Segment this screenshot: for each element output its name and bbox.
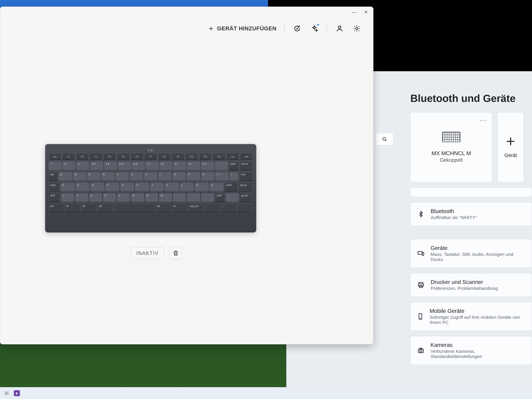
settings-row-subtitle: Sofortiger Zugriff auf Ihre mobilen Gerä… <box>430 315 526 325</box>
keyboard-key: G <box>120 183 134 192</box>
keyboard-key: C <box>103 193 116 203</box>
gear-icon <box>353 25 361 32</box>
account-button[interactable] <box>335 24 344 33</box>
device-status-chip[interactable]: INAKTIV <box>131 247 164 260</box>
settings-button[interactable] <box>352 24 361 33</box>
keyboard-key: < <box>61 193 74 203</box>
settings-row-subtitle: Präferenzen, Problembehandlung <box>431 286 498 291</box>
device-tile-more-icon[interactable]: ··· <box>480 116 487 124</box>
keyboard-key: F7 <box>144 153 157 160</box>
svg-point-10 <box>420 350 422 352</box>
keyboard-key: S <box>76 183 89 192</box>
keyboard-key: 5 % <box>118 162 131 171</box>
keyboard-brand-label: logi <box>49 148 253 152</box>
paired-device-tile[interactable]: ··· MX MCHNCL M Gekoppelt <box>410 112 492 182</box>
keyboard-key: 8 ( <box>159 162 172 171</box>
add-device-tile[interactable]: + Gerät <box>497 112 524 182</box>
svg-point-0 <box>383 138 386 140</box>
device-image-keyboard[interactable]: logi escF1F2F3F4F5F6F7F8F9F10F11F12insde… <box>45 144 256 233</box>
keyboard-key: Ä <box>210 183 223 192</box>
device-tile-status: Gekoppelt <box>440 157 462 163</box>
keyboard-key: R <box>101 172 114 181</box>
taskbar[interactable]: ◐ <box>0 387 532 399</box>
window-close-button[interactable]: ✕ <box>363 9 369 15</box>
keyboard-key: F8 <box>158 153 171 160</box>
keyboard-key: F3 <box>90 153 102 160</box>
plus-icon: + <box>506 136 515 146</box>
user-icon <box>336 25 343 32</box>
keyboard-key: T <box>116 172 129 181</box>
app-logo-icon: ◐ <box>14 390 20 396</box>
keyboard-key: F2 <box>76 153 89 160</box>
keyboard-key: 0 = <box>187 162 200 171</box>
keyboard-key: L <box>180 183 194 192</box>
notification-dot-icon <box>317 24 319 26</box>
keyboard-key: back <box>229 162 239 171</box>
keyboard-key: enter <box>225 183 238 192</box>
keyboard-key: 9 ) <box>173 162 186 171</box>
device-status-label: INAKTIV <box>136 250 158 256</box>
keyboard-key: Q <box>59 172 72 181</box>
smart-actions-button[interactable] <box>310 24 319 33</box>
settings-row-mobile[interactable]: Mobile Geräte Sofortiger Zugriff auf Ihr… <box>410 302 532 331</box>
settings-row-title: Geräte <box>431 245 526 251</box>
svg-point-13 <box>356 28 358 30</box>
keyboard-key: ← <box>205 204 220 213</box>
settings-row-subtitle: Verbundene Kameras, Standardbildeinstell… <box>431 349 526 359</box>
window-minimize-button[interactable]: — <box>351 9 357 15</box>
keyboard-key: Y <box>75 193 88 203</box>
svg-rect-11 <box>420 348 422 349</box>
settings-divider-bar <box>410 188 532 197</box>
keyboard-key: ↓ <box>221 204 236 213</box>
taskbar-settings-icon[interactable] <box>3 389 11 397</box>
keyboard-key: Z <box>130 172 143 181</box>
mobile-icon <box>417 312 424 320</box>
settings-row-printers[interactable]: Drucker und Scanner Präferenzen, Problem… <box>410 273 532 297</box>
keyboard-key: alt <box>98 204 113 213</box>
settings-row-title: Kameras <box>431 342 526 348</box>
keyboard-key: ↑ <box>226 193 239 203</box>
keyboard-key: - <box>201 193 214 203</box>
sync-icon <box>293 25 301 32</box>
keyboard-key: 1 ! <box>63 162 75 171</box>
keyboard-key: caps <box>49 183 60 192</box>
settings-row-cameras[interactable]: Kameras Verbundene Kameras, Standardbild… <box>410 336 532 365</box>
keyboard-key: B <box>131 193 144 203</box>
keyboard-key: U <box>144 172 157 181</box>
settings-row-title: Drucker und Scanner <box>431 279 498 285</box>
taskbar-app-icon[interactable]: ◐ <box>13 389 21 397</box>
add-device-tile-label: Gerät <box>504 152 517 158</box>
keyboard-key: F <box>105 183 119 192</box>
add-device-button[interactable]: + GERÄT HINZUFÜGEN <box>209 25 276 32</box>
keyboard-key: 4 $ <box>104 162 117 171</box>
trash-icon <box>173 250 179 256</box>
sync-button[interactable] <box>292 24 302 33</box>
settings-row-devices[interactable]: Geräte Maus, Tastatur, Stift, Audio, Anz… <box>410 239 532 268</box>
keyboard-key: . <box>187 193 200 203</box>
delete-device-button[interactable] <box>169 247 182 260</box>
settings-search-box[interactable] <box>376 133 393 145</box>
keyboard-key: strg ctrl <box>188 204 204 213</box>
keyboard-key: F6 <box>131 153 143 160</box>
keyboard-key: ß ? <box>201 162 214 171</box>
settings-row-title: Mobile Geräte <box>430 308 526 314</box>
keyboard-key: alt <box>156 204 171 213</box>
keyboard-key: F1 <box>62 153 75 160</box>
keyboard-layout: escF1F2F3F4F5F6F7F8F9F10F11F12insdel° ^1… <box>49 153 253 213</box>
keyboard-key: + * <box>215 172 228 181</box>
keyboard-key: → <box>237 204 253 213</box>
keyboard-key: shift <box>215 193 225 203</box>
keyboard-key: E <box>87 172 100 181</box>
bluetooth-toggle-row[interactable]: Bluetooth Auffindbar als "WHITY" <box>410 202 532 226</box>
svg-rect-6 <box>419 285 422 287</box>
keyboard-key: tab <box>49 172 57 181</box>
toolbar-separator <box>327 24 327 33</box>
keyboard-key: Ö <box>195 183 209 192</box>
keyboard-key: W <box>73 172 86 181</box>
keyboard-key: A <box>61 183 75 192</box>
keyboard-key: H <box>135 183 149 192</box>
svg-point-14 <box>6 393 7 394</box>
sparkle-icon <box>310 25 318 32</box>
keyboard-key: end <box>240 172 253 181</box>
keyboard-key <box>114 204 155 213</box>
